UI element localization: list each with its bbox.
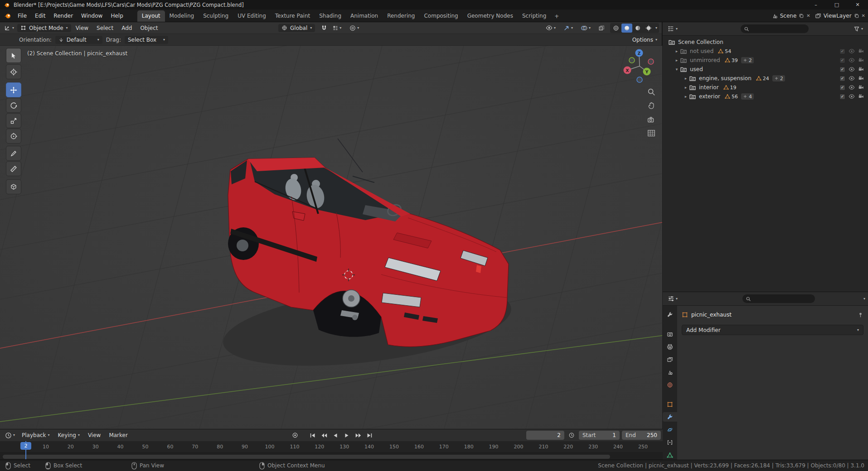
render-camera-icon[interactable] xyxy=(858,84,864,91)
new-view-layer-icon[interactable] xyxy=(854,13,859,19)
timeline-menu-marker[interactable]: Marker xyxy=(105,431,131,439)
timeline-editor-type-button[interactable]: ▾ xyxy=(3,431,17,440)
tab-scripting[interactable]: Scripting xyxy=(518,10,551,22)
tool-scale[interactable] xyxy=(6,113,21,128)
timeline-menu-keying[interactable]: Keying ▾ xyxy=(54,431,83,439)
proportional-editing-dropdown[interactable]: ▾ xyxy=(347,24,361,32)
gizmos-dropdown[interactable]: ▾ xyxy=(561,24,575,32)
mode-dropdown[interactable]: Object Mode ▾ xyxy=(17,24,71,32)
tab-geometry-nodes[interactable]: Geometry Nodes xyxy=(463,10,518,22)
current-frame-field[interactable]: 2 xyxy=(526,431,564,440)
tab-sculpting[interactable]: Sculpting xyxy=(199,10,233,22)
tab-texture-paint[interactable]: Texture Paint xyxy=(271,10,315,22)
tab-animation[interactable]: Animation xyxy=(346,10,383,22)
disclosure-icon[interactable]: ▸ xyxy=(683,85,689,90)
timeline-ruler[interactable]: 1020304050607080901001101201301401501601… xyxy=(0,441,663,453)
xray-toggle[interactable] xyxy=(596,24,607,32)
menu-help[interactable]: Help xyxy=(107,10,127,22)
exclude-checkbox[interactable]: ✓ xyxy=(839,48,845,54)
timeline-scrollbar[interactable] xyxy=(3,455,610,459)
next-keyframe-button[interactable] xyxy=(353,431,363,439)
orientation-default-dropdown[interactable]: Default ▾ xyxy=(55,36,102,44)
camera-view-button[interactable] xyxy=(645,114,657,125)
menu-file[interactable]: File xyxy=(14,10,31,22)
viewport-menu-view[interactable]: View xyxy=(72,24,92,32)
tool-annotate[interactable] xyxy=(6,146,21,161)
exclude-checkbox[interactable]: ✓ xyxy=(839,94,845,100)
tab-constraints[interactable] xyxy=(664,437,676,447)
disclosure-icon[interactable]: ▾ xyxy=(674,67,680,72)
hide-eye-icon[interactable] xyxy=(849,84,855,91)
ortho-toggle-button[interactable] xyxy=(645,127,657,139)
show-object-types-dropdown[interactable]: ▾ xyxy=(543,24,558,32)
exclude-checkbox[interactable]: ✓ xyxy=(839,58,845,63)
tool-cursor[interactable] xyxy=(6,64,21,79)
menu-render[interactable]: Render xyxy=(49,10,77,22)
preview-range-button[interactable] xyxy=(567,431,577,439)
outliner-row-exterior[interactable]: ▸ exterior 56 4 ✓ xyxy=(663,92,868,101)
outliner-editor-type-button[interactable]: ▾ xyxy=(665,24,680,33)
overlays-dropdown[interactable]: ▾ xyxy=(578,24,593,32)
unlink-scene-icon[interactable]: ✕ xyxy=(806,13,810,18)
render-camera-icon[interactable] xyxy=(858,75,864,82)
hide-eye-icon[interactable] xyxy=(849,75,855,82)
viewport-menu-add[interactable]: Add xyxy=(118,24,136,32)
hide-eye-icon[interactable] xyxy=(849,57,855,63)
tab-view-layer[interactable] xyxy=(664,355,676,365)
tab-tool[interactable] xyxy=(664,310,676,320)
new-scene-icon[interactable] xyxy=(799,13,804,19)
menu-window[interactable]: Window xyxy=(77,10,107,22)
exclude-checkbox[interactable]: ✓ xyxy=(839,85,845,91)
pin-icon[interactable] xyxy=(858,312,863,318)
properties-search[interactable] xyxy=(742,294,815,303)
menu-edit[interactable]: Edit xyxy=(31,10,49,22)
hide-eye-icon[interactable] xyxy=(849,93,855,100)
gizmo-axis-y-neg[interactable] xyxy=(629,58,635,63)
playhead-marker[interactable]: 2 xyxy=(20,442,31,450)
timeline-menu-playback[interactable]: Playback ▾ xyxy=(18,431,53,439)
add-modifier-button[interactable]: Add Modifier ▾ xyxy=(682,325,863,335)
hide-eye-icon[interactable] xyxy=(849,66,855,72)
tab-modifiers[interactable] xyxy=(663,412,677,422)
snap-settings-dropdown[interactable]: ▾ xyxy=(330,24,344,32)
render-camera-icon[interactable] xyxy=(858,66,864,72)
render-camera-icon[interactable] xyxy=(858,57,864,63)
tab-render[interactable] xyxy=(664,330,676,339)
outliner-row-engine-suspension[interactable]: ▸ engine, suspension 24 2 ✓ xyxy=(663,74,868,83)
viewport-menu-object[interactable]: Object xyxy=(136,24,161,32)
maximize-button[interactable]: □ xyxy=(826,0,847,10)
close-button[interactable]: ✕ xyxy=(847,0,868,10)
tab-uv-editing[interactable]: UV Editing xyxy=(233,10,271,22)
snap-toggle[interactable] xyxy=(319,24,330,32)
shading-wireframe-button[interactable] xyxy=(611,24,621,33)
hide-eye-icon[interactable] xyxy=(849,48,855,54)
drag-dropdown[interactable]: Select Box ▾ xyxy=(125,36,168,44)
outliner-row-used[interactable]: ▾ used ✓ xyxy=(663,65,868,74)
tab-scene[interactable] xyxy=(664,368,676,377)
remove-view-layer-icon[interactable]: ✕ xyxy=(862,13,865,18)
tool-rotate[interactable] xyxy=(6,98,21,113)
view-layer-selector[interactable]: ViewLayer ✕ xyxy=(815,13,865,19)
previous-keyframe-button[interactable] xyxy=(319,431,329,439)
render-camera-icon[interactable] xyxy=(858,48,864,54)
jump-to-end-button[interactable] xyxy=(364,431,374,439)
timeline-menu-view[interactable]: View xyxy=(84,431,104,439)
render-camera-icon[interactable] xyxy=(858,93,864,100)
outliner-row-scene-collection[interactable]: Scene Collection xyxy=(663,38,868,47)
blender-menu-button[interactable] xyxy=(2,11,14,20)
outliner-row-not-used[interactable]: ▸ not used 54 ✓ xyxy=(663,47,868,56)
navigation-gizmo[interactable]: Z X Y xyxy=(620,47,659,86)
shading-solid-button[interactable] xyxy=(621,24,632,33)
zoom-button[interactable] xyxy=(645,86,657,98)
jump-to-start-button[interactable] xyxy=(308,431,318,439)
outliner-search-input[interactable] xyxy=(752,24,805,33)
outliner-row-interior[interactable]: ▸ interior 19 ✓ xyxy=(663,83,868,92)
start-frame-field[interactable]: Start 1 xyxy=(579,431,620,440)
editor-type-button[interactable]: ▾ xyxy=(2,24,16,32)
tool-measure[interactable] xyxy=(6,161,21,176)
disclosure-icon[interactable]: ▸ xyxy=(683,94,689,99)
play-reverse-button[interactable] xyxy=(330,431,340,439)
gizmo-axis-x-neg[interactable] xyxy=(648,59,654,64)
tool-move[interactable] xyxy=(6,82,21,97)
outliner-row-unmirrored[interactable]: ▸ unmirrored 39 2 ✓ xyxy=(663,56,868,65)
